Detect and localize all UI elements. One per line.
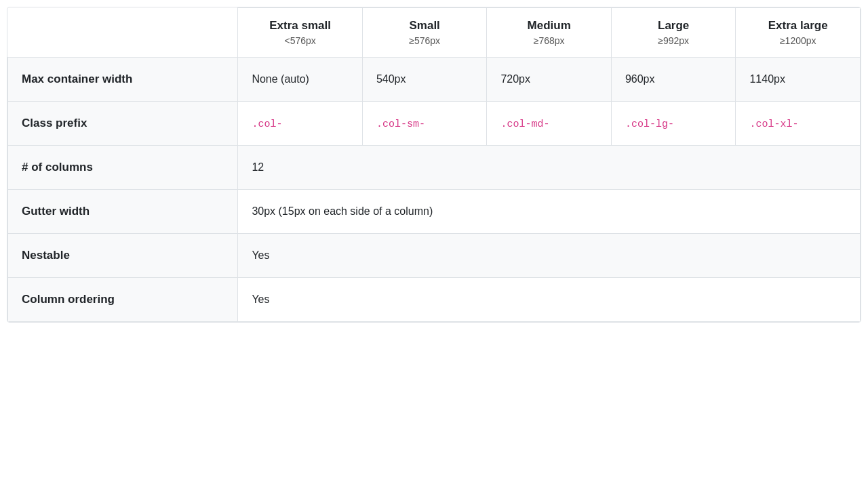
row-value-class-prefix-1: .col-sm- (362, 102, 487, 146)
table-body: Max container widthNone (auto)540px720px… (8, 58, 861, 322)
code-class-prefix-4: .col-xl- (749, 119, 798, 130)
table-row-nestable: NestableYes (8, 234, 861, 278)
header-xs-label: Extra small (252, 19, 349, 33)
code-class-prefix-1: .col-sm- (376, 119, 425, 130)
table-header: Extra small <576px Small ≥576px Medium ≥… (8, 8, 861, 58)
row-value-class-prefix-4: .col-xl- (736, 102, 861, 146)
row-label-column-ordering: Column ordering (8, 278, 238, 322)
header-md-breakpoint: ≥768px (500, 35, 597, 46)
header-xl-label: Extra large (749, 19, 846, 33)
header-md-label: Medium (500, 19, 597, 33)
row-label-class-prefix: Class prefix (8, 102, 238, 146)
row-label-gutter-width: Gutter width (8, 190, 238, 234)
header-xs: Extra small <576px (238, 8, 363, 58)
row-value-num-columns: 12 (238, 146, 861, 190)
row-value-max-container-width-4: 1140px (736, 58, 861, 102)
table-row-max-container-width: Max container widthNone (auto)540px720px… (8, 58, 861, 102)
row-label-nestable: Nestable (8, 234, 238, 278)
row-value-max-container-width-3: 960px (611, 58, 736, 102)
header-empty (8, 8, 238, 58)
code-class-prefix-3: .col-lg- (625, 119, 674, 130)
row-value-gutter-width: 30px (15px on each side of a column) (238, 190, 861, 234)
grid-table-wrapper: Extra small <576px Small ≥576px Medium ≥… (7, 7, 861, 323)
header-sm-label: Small (376, 19, 473, 33)
row-label-num-columns: # of columns (8, 146, 238, 190)
header-sm: Small ≥576px (362, 8, 487, 58)
header-lg: Large ≥992px (611, 8, 736, 58)
row-value-class-prefix-3: .col-lg- (611, 102, 736, 146)
row-value-max-container-width-2: 720px (487, 58, 612, 102)
table-row-class-prefix: Class prefix.col-.col-sm-.col-md-.col-lg… (8, 102, 861, 146)
row-value-class-prefix-0: .col- (238, 102, 363, 146)
code-class-prefix-2: .col-md- (500, 119, 549, 130)
header-xl: Extra large ≥1200px (736, 8, 861, 58)
header-sm-breakpoint: ≥576px (376, 35, 473, 46)
row-label-max-container-width: Max container width (8, 58, 238, 102)
row-value-nestable: Yes (238, 234, 861, 278)
header-md: Medium ≥768px (487, 8, 612, 58)
row-value-max-container-width-0: None (auto) (238, 58, 363, 102)
header-xl-breakpoint: ≥1200px (749, 35, 846, 46)
header-lg-breakpoint: ≥992px (625, 35, 722, 46)
header-lg-label: Large (625, 19, 722, 33)
header-xs-breakpoint: <576px (252, 35, 349, 46)
table-row-column-ordering: Column orderingYes (8, 278, 861, 322)
row-value-max-container-width-1: 540px (362, 58, 487, 102)
grid-reference-table: Extra small <576px Small ≥576px Medium ≥… (7, 7, 861, 322)
code-class-prefix-0: .col- (252, 119, 282, 130)
row-value-class-prefix-2: .col-md- (487, 102, 612, 146)
row-value-column-ordering: Yes (238, 278, 861, 322)
table-row-gutter-width: Gutter width30px (15px on each side of a… (8, 190, 861, 234)
table-row-num-columns: # of columns12 (8, 146, 861, 190)
